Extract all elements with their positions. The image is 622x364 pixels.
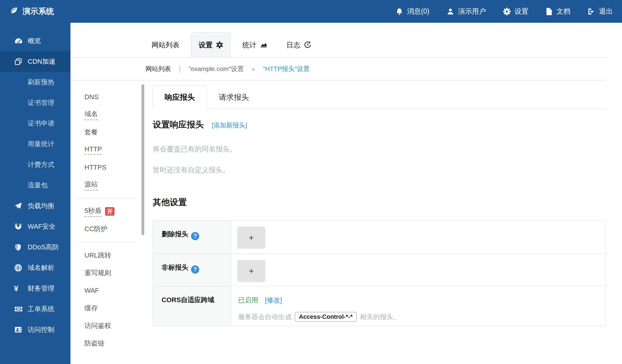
tab-label: 统计 (242, 40, 256, 50)
subnav-item-origin[interactable]: 源站 (70, 176, 153, 194)
breadcrumb-site-list[interactable]: 网站列表 (145, 65, 171, 73)
sidebar-item-cert-manage[interactable]: 证书管理 (0, 93, 70, 113)
help-icon[interactable]: ? (191, 265, 199, 274)
sidebar-item-load-balance[interactable]: 负载均衡 (0, 196, 70, 216)
topbar: 演示系统 消息(0) 演示用户 (0, 0, 622, 23)
sidebar-label: 刷新预热 (28, 78, 54, 87)
subnav-label: 缓存 (84, 304, 98, 313)
sidebar-label: 证书管理 (28, 98, 54, 107)
sidebar-label: 工单系统 (28, 305, 54, 314)
subnav-item-cache[interactable]: 缓存 (70, 299, 153, 317)
other-settings-heading: 其他设置 (153, 197, 606, 208)
main-area: 网站列表 设置 (70, 23, 622, 364)
cors-desc-before: 服务器会自动生成 (238, 312, 292, 322)
settings-subnav: DNS 域名 套餐 HTTP HTTPS 源站 (70, 80, 153, 364)
empty-note: 暂时还没有自定义报头。 (153, 165, 606, 175)
subnav-label: HTTPS (84, 163, 106, 171)
messages-menu-item[interactable]: 消息(0) (395, 7, 429, 16)
subnav-item-domain[interactable]: 域名 (70, 106, 153, 123)
tab-stats[interactable]: 统计 (235, 32, 275, 58)
docs-menu-item[interactable]: 文档 (545, 7, 570, 16)
sidebar-label: 财务管理 (28, 284, 54, 293)
cors-description: 服务器会自动生成 Access-Control-*-* 相关的报头。 (238, 312, 606, 322)
subnav-item-url-redirect[interactable]: URL跳转 (70, 247, 153, 264)
magnet-icon (14, 222, 24, 231)
subnav-label: WAF (84, 287, 99, 295)
settings-label: 设置 (514, 7, 528, 16)
sidebar-item-dns-resolve[interactable]: 域名解析 (0, 258, 70, 278)
tab-label: 响应报头 (165, 92, 195, 102)
sidebar-label: 访问控制 (28, 325, 54, 334)
subnav-item-cc-protect[interactable]: CC防护 (70, 220, 153, 238)
clone-icon (14, 57, 24, 66)
sidebar-item-billing-mode[interactable]: 计费方式 (0, 154, 70, 175)
subnav-item-https[interactable]: HTTPS (70, 159, 153, 176)
sidebar-item-overview[interactable]: 概览 (0, 31, 70, 51)
cors-modify-link[interactable]: [修改] (265, 296, 282, 304)
sidebar-item-waf[interactable]: WAF安全 (0, 216, 70, 237)
add-header-link[interactable]: [添加新报头] (212, 121, 247, 130)
settings-menu-item[interactable]: 设置 (503, 7, 528, 16)
subnav-divider (76, 242, 135, 242)
sidebar-label: 域名解析 (28, 263, 54, 272)
section-heading: 设置响应报头 (153, 119, 204, 130)
subnav-item-dns[interactable]: DNS (70, 88, 153, 106)
tab-label: 请求报头 (219, 92, 249, 102)
sidebar-item-usage-stats[interactable]: 用量统计 (0, 134, 70, 154)
subnav-item-auth[interactable]: 访问鉴权 (70, 317, 153, 335)
row-label-cell: 删除报头? (153, 221, 231, 254)
sidebar-item-cert-apply[interactable]: 证书申请 (0, 113, 70, 134)
subnav-item-plan[interactable]: 套餐 (70, 123, 153, 141)
sidebar-item-ddos[interactable]: DDoS高防 (0, 237, 70, 258)
tab-request-headers[interactable]: 请求报头 (207, 86, 261, 109)
sidebar-item-finance[interactable]: ¥ 财务管理 (0, 278, 70, 299)
subnav-item-http[interactable]: HTTP (70, 141, 153, 159)
breadcrumb: 网站列表 | "example.com"设置 » "HTTP报头"设置 (70, 58, 606, 80)
tab-label: 设置 (199, 40, 213, 50)
add-delete-header-button[interactable]: + (237, 227, 265, 249)
logout-label: 退出 (599, 7, 613, 16)
sidebar-item-refresh-prewarm[interactable]: 刷新预热 (0, 72, 70, 93)
sidebar-item-access-control[interactable]: 访问控制 (0, 319, 70, 340)
tab-label: 日志 (286, 40, 300, 50)
help-icon[interactable]: ? (191, 232, 199, 240)
cors-desc-after: 相关的报头。 (360, 312, 400, 322)
subnav-item-hotlink[interactable]: 防盗链 (70, 335, 153, 352)
gear-icon (216, 41, 223, 49)
subnav-item-waf[interactable]: WAF (70, 282, 153, 299)
tab-site-list[interactable]: 网站列表 (144, 32, 187, 58)
shield-icon (14, 243, 24, 251)
row-label: 删除报头 (162, 230, 188, 238)
cors-code-pill: Access-Control-*-* (295, 312, 357, 322)
logout-menu-item[interactable]: 退出 (587, 7, 613, 16)
override-note: 将会覆盖已有的同名报头。 (153, 144, 606, 154)
sidebar-item-cdn[interactable]: CDN加速 (0, 51, 70, 72)
row-label-cell: 非标报头? (153, 254, 231, 286)
user-menu-item[interactable]: 演示用户 (446, 7, 486, 16)
sidebar-item-tickets[interactable]: 工单系统 (0, 299, 70, 319)
site-tab-bar: 网站列表 设置 (70, 23, 606, 58)
headers-panel: 响应报头 请求报头 设置响应报头 [添加新报头] 将会覆盖已有的同名报头。 暂时… (153, 80, 606, 364)
tab-response-headers[interactable]: 响应报头 (153, 86, 207, 109)
app-logo[interactable]: 演示系统 (9, 6, 54, 17)
add-nonstandard-header-button[interactable]: + (237, 260, 265, 282)
subnav-item-rewrite-rules[interactable]: 重写规则 (70, 264, 153, 282)
sidebar-label: 概览 (28, 36, 41, 46)
breadcrumb-http-headers[interactable]: "HTTP报头"设置 (263, 65, 310, 73)
tab-settings[interactable]: 设置 (191, 32, 231, 58)
tab-logs[interactable]: 日志 (279, 32, 319, 58)
paper-plane-icon (14, 202, 24, 210)
sidebar-label: CDN加速 (28, 57, 56, 66)
leaf-icon (9, 6, 18, 17)
subnav-item-5s-shield[interactable]: 5秒盾 开 (70, 203, 153, 220)
row-value-cell: + (231, 221, 606, 254)
sidebar-item-traffic-pack[interactable]: 流量包 (0, 175, 70, 196)
scrollbar-thumb[interactable] (142, 84, 144, 235)
breadcrumb-site-settings[interactable]: "example.com"设置 (189, 65, 244, 73)
sidebar-label: WAF安全 (28, 222, 56, 231)
sidebar-label: 用量统计 (28, 140, 54, 149)
row-value-cell: + (231, 254, 606, 286)
messages-label: 消息(0) (407, 7, 429, 16)
subnav-label: 域名 (84, 110, 98, 120)
subnav-label: 5秒盾 (84, 206, 101, 217)
